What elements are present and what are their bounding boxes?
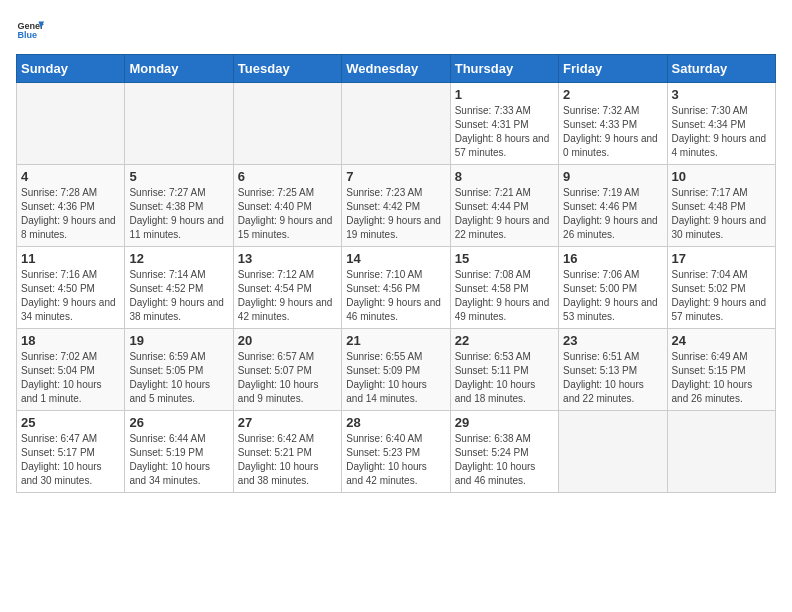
weekday-header-row: SundayMondayTuesdayWednesdayThursdayFrid… [17, 55, 776, 83]
calendar-table: SundayMondayTuesdayWednesdayThursdayFrid… [16, 54, 776, 493]
calendar-cell [559, 411, 667, 493]
calendar-cell: 22Sunrise: 6:53 AMSunset: 5:11 PMDayligh… [450, 329, 558, 411]
weekday-header-thursday: Thursday [450, 55, 558, 83]
day-number: 9 [563, 169, 662, 184]
weekday-header-monday: Monday [125, 55, 233, 83]
day-info: Sunrise: 7:16 AMSunset: 4:50 PMDaylight:… [21, 268, 120, 324]
day-info: Sunrise: 7:30 AMSunset: 4:34 PMDaylight:… [672, 104, 771, 160]
calendar-cell: 24Sunrise: 6:49 AMSunset: 5:15 PMDayligh… [667, 329, 775, 411]
day-info: Sunrise: 6:42 AMSunset: 5:21 PMDaylight:… [238, 432, 337, 488]
day-number: 22 [455, 333, 554, 348]
calendar-cell: 12Sunrise: 7:14 AMSunset: 4:52 PMDayligh… [125, 247, 233, 329]
day-number: 16 [563, 251, 662, 266]
day-info: Sunrise: 7:23 AMSunset: 4:42 PMDaylight:… [346, 186, 445, 242]
calendar-cell: 16Sunrise: 7:06 AMSunset: 5:00 PMDayligh… [559, 247, 667, 329]
logo: General Blue [16, 16, 48, 44]
weekday-header-tuesday: Tuesday [233, 55, 341, 83]
day-number: 2 [563, 87, 662, 102]
day-number: 14 [346, 251, 445, 266]
day-info: Sunrise: 7:28 AMSunset: 4:36 PMDaylight:… [21, 186, 120, 242]
calendar-cell: 21Sunrise: 6:55 AMSunset: 5:09 PMDayligh… [342, 329, 450, 411]
calendar-cell [17, 83, 125, 165]
calendar-cell: 26Sunrise: 6:44 AMSunset: 5:19 PMDayligh… [125, 411, 233, 493]
calendar-cell: 14Sunrise: 7:10 AMSunset: 4:56 PMDayligh… [342, 247, 450, 329]
day-info: Sunrise: 6:55 AMSunset: 5:09 PMDaylight:… [346, 350, 445, 406]
day-number: 3 [672, 87, 771, 102]
day-number: 6 [238, 169, 337, 184]
calendar-week-0: 1Sunrise: 7:33 AMSunset: 4:31 PMDaylight… [17, 83, 776, 165]
day-number: 20 [238, 333, 337, 348]
day-number: 12 [129, 251, 228, 266]
calendar-body: 1Sunrise: 7:33 AMSunset: 4:31 PMDaylight… [17, 83, 776, 493]
day-info: Sunrise: 7:17 AMSunset: 4:48 PMDaylight:… [672, 186, 771, 242]
calendar-cell: 18Sunrise: 7:02 AMSunset: 5:04 PMDayligh… [17, 329, 125, 411]
day-info: Sunrise: 7:02 AMSunset: 5:04 PMDaylight:… [21, 350, 120, 406]
weekday-header-sunday: Sunday [17, 55, 125, 83]
calendar-cell: 7Sunrise: 7:23 AMSunset: 4:42 PMDaylight… [342, 165, 450, 247]
calendar-cell [342, 83, 450, 165]
svg-text:Blue: Blue [17, 30, 37, 40]
calendar-cell: 9Sunrise: 7:19 AMSunset: 4:46 PMDaylight… [559, 165, 667, 247]
day-info: Sunrise: 6:40 AMSunset: 5:23 PMDaylight:… [346, 432, 445, 488]
calendar-cell: 27Sunrise: 6:42 AMSunset: 5:21 PMDayligh… [233, 411, 341, 493]
day-number: 5 [129, 169, 228, 184]
weekday-header-wednesday: Wednesday [342, 55, 450, 83]
calendar-cell: 25Sunrise: 6:47 AMSunset: 5:17 PMDayligh… [17, 411, 125, 493]
calendar-cell: 19Sunrise: 6:59 AMSunset: 5:05 PMDayligh… [125, 329, 233, 411]
calendar-cell: 1Sunrise: 7:33 AMSunset: 4:31 PMDaylight… [450, 83, 558, 165]
day-number: 27 [238, 415, 337, 430]
calendar-cell: 20Sunrise: 6:57 AMSunset: 5:07 PMDayligh… [233, 329, 341, 411]
calendar-cell [667, 411, 775, 493]
calendar-cell: 2Sunrise: 7:32 AMSunset: 4:33 PMDaylight… [559, 83, 667, 165]
weekday-header-saturday: Saturday [667, 55, 775, 83]
day-info: Sunrise: 6:59 AMSunset: 5:05 PMDaylight:… [129, 350, 228, 406]
weekday-header-friday: Friday [559, 55, 667, 83]
calendar-cell: 4Sunrise: 7:28 AMSunset: 4:36 PMDaylight… [17, 165, 125, 247]
day-info: Sunrise: 6:57 AMSunset: 5:07 PMDaylight:… [238, 350, 337, 406]
calendar-week-3: 18Sunrise: 7:02 AMSunset: 5:04 PMDayligh… [17, 329, 776, 411]
day-info: Sunrise: 7:21 AMSunset: 4:44 PMDaylight:… [455, 186, 554, 242]
day-number: 24 [672, 333, 771, 348]
day-info: Sunrise: 7:32 AMSunset: 4:33 PMDaylight:… [563, 104, 662, 160]
calendar-cell: 28Sunrise: 6:40 AMSunset: 5:23 PMDayligh… [342, 411, 450, 493]
day-number: 18 [21, 333, 120, 348]
calendar-cell [233, 83, 341, 165]
header: General Blue [16, 16, 776, 44]
calendar-week-2: 11Sunrise: 7:16 AMSunset: 4:50 PMDayligh… [17, 247, 776, 329]
day-number: 1 [455, 87, 554, 102]
calendar-cell: 5Sunrise: 7:27 AMSunset: 4:38 PMDaylight… [125, 165, 233, 247]
day-info: Sunrise: 7:10 AMSunset: 4:56 PMDaylight:… [346, 268, 445, 324]
day-info: Sunrise: 7:25 AMSunset: 4:40 PMDaylight:… [238, 186, 337, 242]
day-info: Sunrise: 6:44 AMSunset: 5:19 PMDaylight:… [129, 432, 228, 488]
calendar-cell: 15Sunrise: 7:08 AMSunset: 4:58 PMDayligh… [450, 247, 558, 329]
day-info: Sunrise: 7:27 AMSunset: 4:38 PMDaylight:… [129, 186, 228, 242]
calendar-cell: 3Sunrise: 7:30 AMSunset: 4:34 PMDaylight… [667, 83, 775, 165]
day-info: Sunrise: 7:04 AMSunset: 5:02 PMDaylight:… [672, 268, 771, 324]
day-number: 7 [346, 169, 445, 184]
logo-icon: General Blue [16, 16, 44, 44]
calendar-cell: 29Sunrise: 6:38 AMSunset: 5:24 PMDayligh… [450, 411, 558, 493]
day-number: 29 [455, 415, 554, 430]
calendar-cell [125, 83, 233, 165]
day-info: Sunrise: 7:12 AMSunset: 4:54 PMDaylight:… [238, 268, 337, 324]
day-info: Sunrise: 6:53 AMSunset: 5:11 PMDaylight:… [455, 350, 554, 406]
calendar-cell: 10Sunrise: 7:17 AMSunset: 4:48 PMDayligh… [667, 165, 775, 247]
calendar-cell: 17Sunrise: 7:04 AMSunset: 5:02 PMDayligh… [667, 247, 775, 329]
day-info: Sunrise: 6:51 AMSunset: 5:13 PMDaylight:… [563, 350, 662, 406]
day-number: 13 [238, 251, 337, 266]
calendar-cell: 11Sunrise: 7:16 AMSunset: 4:50 PMDayligh… [17, 247, 125, 329]
day-number: 10 [672, 169, 771, 184]
calendar-week-1: 4Sunrise: 7:28 AMSunset: 4:36 PMDaylight… [17, 165, 776, 247]
day-info: Sunrise: 7:06 AMSunset: 5:00 PMDaylight:… [563, 268, 662, 324]
day-info: Sunrise: 7:33 AMSunset: 4:31 PMDaylight:… [455, 104, 554, 160]
day-number: 8 [455, 169, 554, 184]
calendar-cell: 23Sunrise: 6:51 AMSunset: 5:13 PMDayligh… [559, 329, 667, 411]
day-info: Sunrise: 7:19 AMSunset: 4:46 PMDaylight:… [563, 186, 662, 242]
day-number: 23 [563, 333, 662, 348]
day-number: 26 [129, 415, 228, 430]
day-number: 25 [21, 415, 120, 430]
calendar-cell: 6Sunrise: 7:25 AMSunset: 4:40 PMDaylight… [233, 165, 341, 247]
day-info: Sunrise: 7:14 AMSunset: 4:52 PMDaylight:… [129, 268, 228, 324]
calendar-cell: 13Sunrise: 7:12 AMSunset: 4:54 PMDayligh… [233, 247, 341, 329]
calendar-week-4: 25Sunrise: 6:47 AMSunset: 5:17 PMDayligh… [17, 411, 776, 493]
